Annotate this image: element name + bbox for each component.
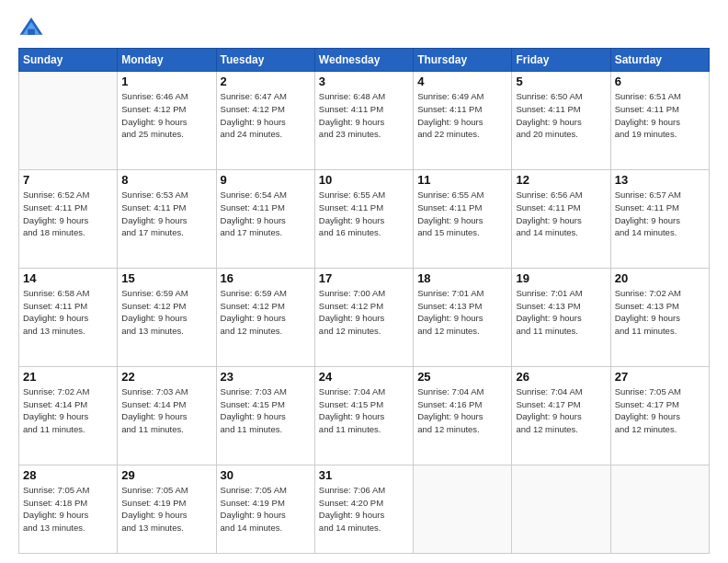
day-number: 10 [319,173,409,187]
logo [18,15,48,40]
calendar-week-row: 14Sunrise: 6:58 AM Sunset: 4:11 PM Dayli… [19,268,710,366]
day-number: 20 [615,271,705,285]
calendar-cell: 16Sunrise: 6:59 AM Sunset: 4:12 PM Dayli… [216,268,314,366]
calendar-cell: 18Sunrise: 7:01 AM Sunset: 4:13 PM Dayli… [414,268,512,366]
day-number: 25 [417,370,507,384]
day-number: 30 [221,468,311,482]
calendar-cell: 24Sunrise: 7:04 AM Sunset: 4:15 PM Dayli… [314,366,413,465]
day-number: 13 [615,173,705,187]
day-header-thursday: Thursday [414,49,512,72]
day-info: Sunrise: 6:53 AM Sunset: 4:11 PM Dayligh… [121,189,211,239]
day-number: 24 [319,370,409,384]
day-info: Sunrise: 6:51 AM Sunset: 4:11 PM Dayligh… [615,90,705,141]
calendar-cell: 1Sunrise: 6:46 AM Sunset: 4:12 PM Daylig… [118,72,216,170]
day-info: Sunrise: 7:05 AM Sunset: 4:19 PM Dayligh… [121,484,211,534]
day-number: 3 [319,75,409,88]
day-header-saturday: Saturday [610,49,709,72]
day-header-friday: Friday [512,49,610,72]
calendar-week-row: 21Sunrise: 7:02 AM Sunset: 4:14 PM Dayli… [19,366,710,465]
calendar-cell: 13Sunrise: 6:57 AM Sunset: 4:11 PM Dayli… [610,169,709,268]
calendar-cell: 30Sunrise: 7:05 AM Sunset: 4:19 PM Dayli… [216,465,314,553]
day-info: Sunrise: 7:00 AM Sunset: 4:12 PM Dayligh… [319,287,409,338]
calendar-cell: 5Sunrise: 6:50 AM Sunset: 4:11 PM Daylig… [512,72,610,170]
day-info: Sunrise: 7:01 AM Sunset: 4:13 PM Dayligh… [417,287,507,338]
day-number: 27 [615,370,705,384]
day-header-monday: Monday [118,49,216,72]
day-info: Sunrise: 7:01 AM Sunset: 4:13 PM Dayligh… [516,287,606,338]
calendar-table: SundayMondayTuesdayWednesdayThursdayFrid… [18,48,710,554]
day-info: Sunrise: 6:47 AM Sunset: 4:12 PM Dayligh… [221,90,311,141]
day-number: 15 [121,271,211,285]
calendar-cell [512,465,610,553]
day-number: 14 [23,271,113,285]
day-info: Sunrise: 7:04 AM Sunset: 4:16 PM Dayligh… [417,385,507,436]
day-number: 18 [417,271,507,285]
day-info: Sunrise: 6:56 AM Sunset: 4:11 PM Dayligh… [516,189,606,239]
day-info: Sunrise: 7:05 AM Sunset: 4:18 PM Dayligh… [23,484,113,534]
calendar-header-row: SundayMondayTuesdayWednesdayThursdayFrid… [19,49,710,72]
day-info: Sunrise: 6:48 AM Sunset: 4:11 PM Dayligh… [319,90,409,141]
header [18,15,710,40]
calendar-cell: 11Sunrise: 6:55 AM Sunset: 4:11 PM Dayli… [414,169,512,268]
calendar-cell: 22Sunrise: 7:03 AM Sunset: 4:14 PM Dayli… [118,366,216,465]
calendar-cell: 31Sunrise: 7:06 AM Sunset: 4:20 PM Dayli… [314,465,413,553]
day-info: Sunrise: 6:59 AM Sunset: 4:12 PM Dayligh… [221,287,311,338]
day-number: 17 [319,271,409,285]
day-number: 6 [615,75,705,88]
day-number: 22 [121,370,211,384]
svg-rect-2 [28,29,35,35]
day-info: Sunrise: 7:05 AM Sunset: 4:19 PM Dayligh… [221,484,311,534]
calendar-cell: 23Sunrise: 7:03 AM Sunset: 4:15 PM Dayli… [216,366,314,465]
day-info: Sunrise: 6:59 AM Sunset: 4:12 PM Dayligh… [121,287,211,338]
day-number: 31 [319,468,409,482]
day-info: Sunrise: 6:55 AM Sunset: 4:11 PM Dayligh… [319,189,409,239]
day-number: 5 [516,75,606,88]
day-info: Sunrise: 7:03 AM Sunset: 4:15 PM Dayligh… [221,385,311,436]
calendar-cell [610,465,709,553]
day-number: 28 [23,468,113,482]
calendar-cell: 26Sunrise: 7:04 AM Sunset: 4:17 PM Dayli… [512,366,610,465]
day-info: Sunrise: 6:58 AM Sunset: 4:11 PM Dayligh… [23,287,113,338]
day-number: 7 [23,173,113,187]
calendar-cell: 19Sunrise: 7:01 AM Sunset: 4:13 PM Dayli… [512,268,610,366]
calendar-cell: 27Sunrise: 7:05 AM Sunset: 4:17 PM Dayli… [610,366,709,465]
calendar-cell: 7Sunrise: 6:52 AM Sunset: 4:11 PM Daylig… [19,169,118,268]
day-info: Sunrise: 7:04 AM Sunset: 4:17 PM Dayligh… [516,385,606,436]
calendar-cell: 29Sunrise: 7:05 AM Sunset: 4:19 PM Dayli… [118,465,216,553]
day-number: 8 [121,173,211,187]
day-number: 2 [221,75,311,88]
day-number: 29 [121,468,211,482]
calendar-cell: 15Sunrise: 6:59 AM Sunset: 4:12 PM Dayli… [118,268,216,366]
day-info: Sunrise: 6:50 AM Sunset: 4:11 PM Dayligh… [516,90,606,141]
calendar-cell [19,72,118,170]
day-info: Sunrise: 6:57 AM Sunset: 4:11 PM Dayligh… [615,189,705,239]
calendar-cell [414,465,512,553]
calendar-cell: 28Sunrise: 7:05 AM Sunset: 4:18 PM Dayli… [19,465,118,553]
calendar-week-row: 7Sunrise: 6:52 AM Sunset: 4:11 PM Daylig… [19,169,710,268]
calendar-cell: 8Sunrise: 6:53 AM Sunset: 4:11 PM Daylig… [118,169,216,268]
calendar-cell: 4Sunrise: 6:49 AM Sunset: 4:11 PM Daylig… [414,72,512,170]
day-number: 26 [516,370,606,384]
calendar-cell: 6Sunrise: 6:51 AM Sunset: 4:11 PM Daylig… [610,72,709,170]
calendar-week-row: 1Sunrise: 6:46 AM Sunset: 4:12 PM Daylig… [19,72,710,170]
day-header-tuesday: Tuesday [216,49,314,72]
day-number: 12 [516,173,606,187]
calendar-cell: 14Sunrise: 6:58 AM Sunset: 4:11 PM Dayli… [19,268,118,366]
calendar-week-row: 28Sunrise: 7:05 AM Sunset: 4:18 PM Dayli… [19,465,710,553]
day-number: 4 [417,75,507,88]
day-number: 9 [221,173,311,187]
day-number: 21 [23,370,113,384]
day-info: Sunrise: 6:49 AM Sunset: 4:11 PM Dayligh… [417,90,507,141]
day-info: Sunrise: 7:05 AM Sunset: 4:17 PM Dayligh… [615,385,705,436]
calendar-cell: 21Sunrise: 7:02 AM Sunset: 4:14 PM Dayli… [19,366,118,465]
calendar-cell: 3Sunrise: 6:48 AM Sunset: 4:11 PM Daylig… [314,72,413,170]
day-number: 11 [417,173,507,187]
calendar-cell: 12Sunrise: 6:56 AM Sunset: 4:11 PM Dayli… [512,169,610,268]
day-info: Sunrise: 7:04 AM Sunset: 4:15 PM Dayligh… [319,385,409,436]
day-info: Sunrise: 7:06 AM Sunset: 4:20 PM Dayligh… [319,484,409,534]
logo-icon [18,15,44,40]
day-number: 1 [121,75,211,88]
day-number: 23 [221,370,311,384]
day-info: Sunrise: 6:54 AM Sunset: 4:11 PM Dayligh… [221,189,311,239]
calendar-cell: 17Sunrise: 7:00 AM Sunset: 4:12 PM Dayli… [314,268,413,366]
